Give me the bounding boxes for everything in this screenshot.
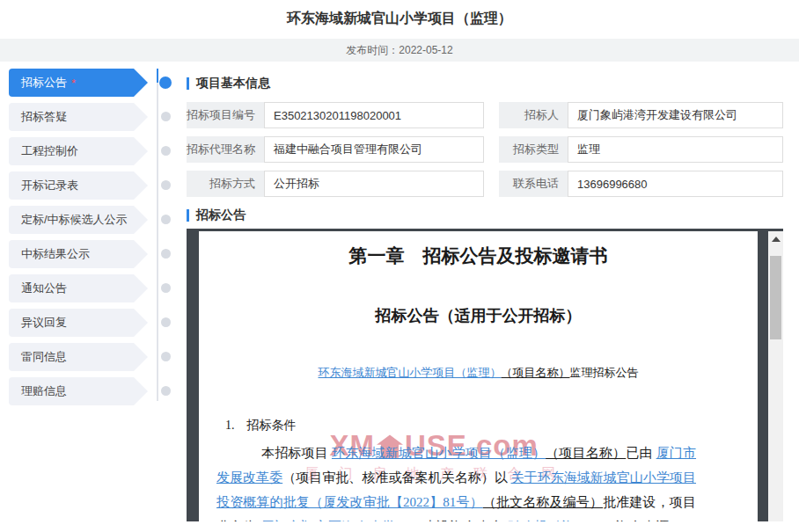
sidebar-item-objection-reply[interactable]: 异议回复 [9,309,176,337]
sidebar-item-label: 中标结果公示 [21,246,90,262]
doc-text: （资金来源） [602,520,683,521]
section-accent-bar [187,209,189,222]
sidebar-item-control-price[interactable]: 工程控制价 [9,137,176,165]
sidebar-item-label: 招标答疑 [21,109,67,125]
doc-text: 监理招标公告 [570,366,639,379]
timeline-dot [161,352,171,361]
field-value-agency: 福建中融合项目管理有限公司 [264,136,484,163]
section-announcement: 招标公告 [187,208,783,223]
sidebar-item-bid-opening-record[interactable]: 开标记录表 [9,171,176,200]
timeline-dot [161,112,171,121]
table-row: 招标代理名称 福建中融合项目管理有限公司 招标类型 监理 [187,136,783,163]
doc-text: ，建设资金来自 [409,520,508,521]
doc-subtitle: 招标公告（适用于公开招标） [199,305,758,326]
field-label: 联系电话 [499,171,568,197]
publish-time: 发布时间：2022-05-12 [0,39,799,62]
doc-text: 本招标项目 [261,446,332,460]
sidebar-item-result-publicity[interactable]: 中标结果公示 [9,240,176,268]
doc-text: 已由 [626,446,656,460]
field-value-tender-method: 公开招标 [264,171,484,197]
doc-text: （项目审批、核准或备案机关名称）以 [282,470,510,485]
timeline-dot [161,146,171,156]
doc-link: 环东海域新城官山小学项目（监理） [319,366,502,379]
sidebar-item-label: 招标公告 [21,75,67,91]
sidebar-item-candidate-publicity[interactable]: 定标/中标候选人公示 [9,206,176,234]
sidebar-item-tender-qa[interactable]: 招标答疑 [9,103,176,131]
document-content: 第一章 招标公告及投标邀请书 招标公告（适用于公开招标） 环东海域新城官山小学项… [199,244,758,521]
table-row: 招标方式 公开招标 联系电话 13696996680 [187,171,783,197]
doc-chapter-title: 第一章 招标公告及投标邀请书 [199,244,758,268]
table-row: 招标项目编号 E3502130201198020001 招标人 厦门象屿港湾开发… [187,102,783,128]
sidebar-item-label: 通知公告 [21,281,67,296]
timeline-dot [161,386,171,396]
sidebar-item-label: 雷同信息 [21,349,67,365]
doc-project-name-line: 环东海域新城官山小学项目（监理）（项目名称）监理招标公告 [199,365,758,381]
required-asterisk: * [71,77,76,90]
sidebar-item-tender-announcement[interactable]: 招标公告* [9,69,176,97]
sidebar-item-label: 开标记录表 [21,178,78,193]
sidebar-item-notice[interactable]: 通知公告 [9,274,176,302]
timeline-dot [161,215,171,224]
section-title: 招标公告 [196,208,246,223]
doc-link: 环东海域新城官山小学项目（监理） [332,446,546,460]
doc-text: （项目名称） [546,446,626,460]
doc-text: （项目名称） [502,366,570,379]
sidebar-item-claims-info[interactable]: 理赔信息 [9,377,176,405]
document-page: XM USE.com 厦 门 房 地 产 联 合 网 第一章 招标公告及投标邀请… [199,231,758,521]
doc-link: 财政投融资项目 [508,520,602,521]
field-label: 招标方式 [187,171,264,197]
main-content: 项目基本信息 招标项目编号 E3502130201198020001 招标人 厦… [187,69,783,521]
field-value-tender-type: 监理 [568,136,783,163]
timeline-dot-active [159,77,172,89]
field-label: 招标项目编号 [187,102,264,128]
field-value-phone: 13696996680 [568,171,783,197]
content-layout: 招标公告* 招标答疑 工程控制价 开标记录表 定标/中标候选人公示 中标结果公示… [0,62,799,521]
page-title: 环东海域新城官山小学项目（监理） [0,0,799,39]
timeline-dot [161,180,171,190]
section-title: 项目基本信息 [196,76,270,91]
sidebar: 招标公告* 招标答疑 工程控制价 开标记录表 定标/中标候选人公示 中标结果公示… [0,69,176,521]
viewer-right-margin [758,231,768,521]
field-value-project-number: E3502130201198020001 [264,102,484,128]
scroll-up-icon[interactable] [772,237,781,242]
field-label: 招标人 [499,102,568,128]
document-scrollbar[interactable] [768,231,783,521]
field-label: 招标代理名称 [187,136,264,163]
doc-link: 厦门市翔安区逸夫小学 [260,520,395,521]
doc-item-heading: 1. 招标条件 [199,418,758,434]
field-label: 招标类型 [499,136,568,163]
section-accent-bar [187,77,189,90]
sidebar-item-similarity-info[interactable]: 雷同信息 [9,343,176,371]
timeline-dot [161,283,171,293]
doc-text: （批文名称及编号） [483,495,603,509]
doc-paragraph: 本招标项目 环东海域新城官山小学项目（监理）（项目名称）已由 厦门市发展改革委（… [216,441,696,521]
timeline-dot [161,249,171,259]
doc-text [396,520,409,521]
sidebar-item-label: 异议回复 [21,315,67,331]
sidebar-item-label: 理赔信息 [21,383,67,399]
field-value-tenderee: 厦门象屿港湾开发建设有限公司 [568,102,783,128]
sidebar-item-label: 定标/中标候选人公示 [21,212,128,228]
timeline-dot [161,317,171,327]
section-basic-info: 项目基本信息 [187,76,783,91]
sidebar-item-label: 工程控制价 [21,143,78,159]
document-viewer: XM USE.com 厦 门 房 地 产 联 合 网 第一章 招标公告及投标邀请… [187,229,783,521]
scrollbar-thumb[interactable] [770,256,781,339]
